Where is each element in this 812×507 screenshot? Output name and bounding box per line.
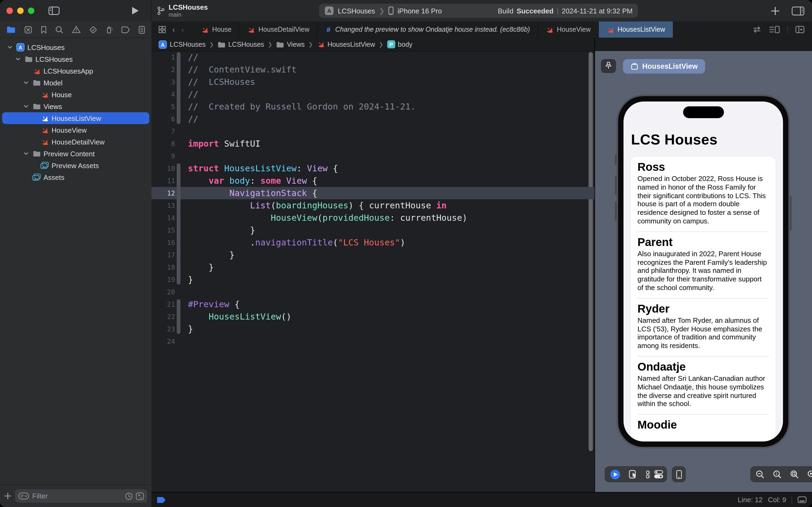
- code-line-1[interactable]: 1//: [152, 51, 594, 63]
- scm-status-filter-icon[interactable]: [136, 492, 144, 500]
- sidebar-item-preview-content[interactable]: Preview Content: [0, 148, 152, 160]
- sidebar-item-lcshouses[interactable]: ALCSHouses: [0, 41, 152, 53]
- tab-houseview[interactable]: HouseView: [538, 21, 599, 38]
- zoom-window-button[interactable]: [28, 7, 35, 14]
- swap-editor-icon[interactable]: [752, 26, 761, 33]
- breadcrumb-lcshouses[interactable]: LCSHouses: [218, 41, 264, 48]
- house-row-ross[interactable]: RossOpened in October 2022, Ross House i…: [637, 157, 769, 231]
- scheme-name[interactable]: LCSHouses: [338, 7, 375, 15]
- filter-input[interactable]: Filter: [15, 489, 147, 503]
- sidebar-item-views[interactable]: Views: [0, 101, 152, 112]
- code-line-24[interactable]: 24: [152, 335, 594, 347]
- run-destination[interactable]: iPhone 16 Pro: [398, 7, 442, 15]
- house-row-ondaatje[interactable]: OndaatjeNamed after Sri Lankan-Canadian …: [637, 356, 769, 414]
- code-line-3[interactable]: 3// LCSHouses: [152, 76, 594, 88]
- house-row-parent[interactable]: ParentAlso inaugurated in 2022, Parent H…: [637, 231, 769, 298]
- zoom-fit-button[interactable]: [790, 470, 799, 479]
- code-line-14[interactable]: 14 HouseView(providedHouse: currentHouse…: [152, 212, 594, 224]
- sidebar-item-preview-assets[interactable]: Preview Assets: [0, 160, 152, 171]
- code-line-13[interactable]: 13 List(boardingHouses) { currentHouse i…: [152, 199, 594, 212]
- code-line-7[interactable]: 7: [152, 125, 594, 137]
- navigator-tab-source-control-icon[interactable]: [24, 25, 32, 34]
- preview-device-button[interactable]: [672, 466, 686, 482]
- code-line-15[interactable]: 15 }: [152, 224, 594, 236]
- code-line-10[interactable]: 10struct HousesListView: View {: [152, 162, 594, 175]
- code-line-4[interactable]: 4//: [152, 88, 594, 101]
- selectable-mode-button[interactable]: [629, 470, 637, 478]
- toggle-inspector-icon[interactable]: [792, 6, 805, 15]
- adjust-editor-icon[interactable]: [798, 496, 807, 503]
- sidebar-item-assets[interactable]: Assets: [0, 171, 152, 183]
- sidebar-item-model[interactable]: Model: [0, 77, 152, 89]
- breadcrumb-body[interactable]: Pbody: [387, 40, 412, 48]
- sidebar-item-lcshouses[interactable]: LCSHouses: [0, 53, 152, 65]
- navigator-tab-bookmarks-icon[interactable]: [41, 25, 47, 34]
- navigator-tab-debug-icon[interactable]: [106, 25, 113, 34]
- breadcrumb-views[interactable]: Views: [276, 41, 304, 48]
- run-button[interactable]: [131, 6, 139, 15]
- breadcrumb-houseslistview[interactable]: HousesListView: [316, 40, 375, 48]
- go-back-icon[interactable]: ‹: [172, 25, 175, 34]
- sidebar-item-houseslistview[interactable]: HousesListView: [0, 112, 152, 124]
- zoom-100-button[interactable]: 1: [773, 470, 782, 479]
- scm-change-strip: [177, 299, 180, 334]
- sidebar-item-house[interactable]: House: [0, 89, 152, 101]
- code-line-5[interactable]: 5// Created by Russell Gordon on 2024-11…: [152, 101, 594, 113]
- navigator-tab-tests-icon[interactable]: [89, 25, 97, 34]
- code-line-20[interactable]: 20: [152, 286, 594, 298]
- tab-commit-message[interactable]: #Changed the preview to show Ondaatje ho…: [317, 21, 538, 38]
- sidebar-item-lcshousesapp[interactable]: LCSHousesApp: [0, 65, 152, 77]
- code-line-23[interactable]: 23}: [152, 323, 594, 335]
- recent-files-clock-icon[interactable]: [125, 492, 133, 500]
- disclosure-chevron-icon[interactable]: [23, 152, 28, 155]
- breakpoint-indicator[interactable]: [157, 497, 166, 503]
- code-line-9[interactable]: 9: [152, 150, 594, 162]
- add-file-button[interactable]: [4, 493, 11, 500]
- library-plus-button[interactable]: [771, 6, 780, 15]
- code-line-12[interactable]: 12 NavigationStack {: [152, 187, 594, 199]
- editor-options-icon[interactable]: [769, 26, 780, 33]
- toggle-navigator-icon[interactable]: [48, 6, 60, 15]
- add-editor-icon[interactable]: [795, 26, 805, 33]
- tab-housedetailview[interactable]: HouseDetailView: [239, 21, 317, 38]
- close-window-button[interactable]: [6, 7, 13, 14]
- navigator-tab-issues-icon[interactable]: [72, 26, 80, 33]
- navigator-tab-find-icon[interactable]: [55, 25, 63, 34]
- house-row-moodie[interactable]: Moodie: [637, 414, 769, 437]
- navigator-tab-reports-icon[interactable]: [138, 25, 145, 34]
- disclosure-chevron-icon[interactable]: [23, 105, 28, 108]
- code-line-8[interactable]: 8import SwiftUI: [152, 137, 594, 150]
- house-row-ryder[interactable]: RyderNamed after Tom Ryder, an alumnus o…: [637, 298, 769, 356]
- code-line-22[interactable]: 22 HousesListView(): [152, 311, 594, 323]
- zoom-in-button[interactable]: [807, 470, 812, 479]
- breadcrumb-lcshouses[interactable]: ALCSHouses: [159, 40, 206, 49]
- code-line-16[interactable]: 16 .navigationTitle("LCS Houses"): [152, 236, 594, 249]
- device-settings-button[interactable]: [650, 466, 667, 482]
- code-line-2[interactable]: 2// ContentView.swift: [152, 63, 594, 76]
- code-line-11[interactable]: 11 var body: some View {: [152, 175, 594, 187]
- sidebar-item-housedetailview[interactable]: HouseDetailView: [0, 136, 152, 148]
- preview-target-pill[interactable]: HousesListView: [623, 59, 705, 73]
- navigator-tab-breakpoints-icon[interactable]: [121, 26, 130, 33]
- tab-house[interactable]: House: [193, 21, 239, 38]
- disclosure-chevron-icon[interactable]: [15, 57, 20, 61]
- zoom-out-button[interactable]: [756, 470, 765, 479]
- sidebar-item-houseview[interactable]: HouseView: [0, 124, 152, 136]
- scm-branch-info[interactable]: LCSHouses main: [152, 4, 208, 18]
- code-line-21[interactable]: 21#Preview {: [152, 298, 594, 311]
- minimize-window-button[interactable]: [17, 7, 23, 14]
- go-forward-icon[interactable]: ›: [181, 25, 184, 34]
- tab-houseslistview[interactable]: HousesListView: [599, 21, 673, 38]
- code-line-19[interactable]: 19}: [152, 273, 594, 286]
- live-preview-button[interactable]: [610, 469, 620, 480]
- disclosure-chevron-icon[interactable]: [23, 81, 28, 84]
- code-line-6[interactable]: 6//: [152, 113, 594, 125]
- pin-preview-button[interactable]: [601, 59, 616, 73]
- activity-status-bar[interactable]: A LCSHouses ❯ iPhone 16 Pro Build Succee…: [319, 4, 638, 18]
- navigator-tab-project-icon[interactable]: [6, 26, 15, 33]
- disclosure-chevron-icon[interactable]: [7, 46, 12, 49]
- code-line-18[interactable]: 18 }: [152, 261, 594, 273]
- code-line-17[interactable]: 17 }: [152, 249, 594, 261]
- code-area[interactable]: 1//2// ContentView.swift3// LCSHouses4//…: [152, 51, 594, 492]
- related-items-icon[interactable]: [159, 26, 166, 33]
